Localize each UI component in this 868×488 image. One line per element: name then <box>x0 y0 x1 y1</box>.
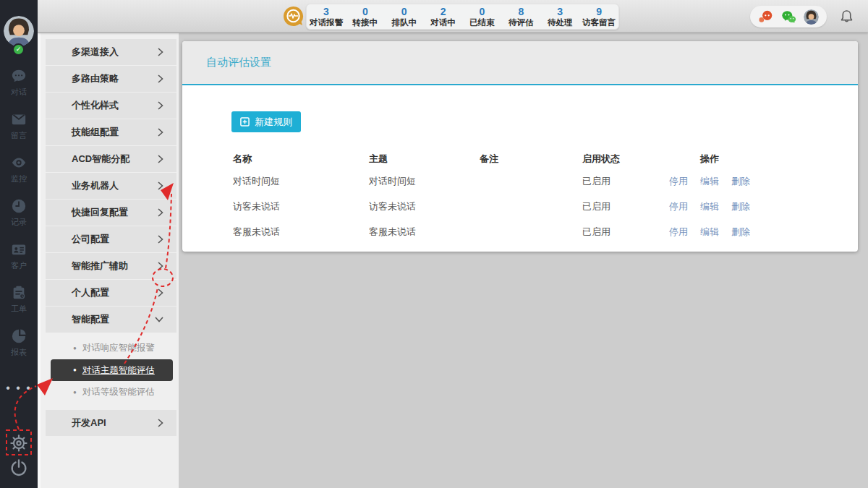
stat-value: 0 <box>385 6 424 17</box>
stat-label: 对话中 <box>424 17 463 27</box>
stat-chatting[interactable]: 2 对话中 <box>424 4 463 29</box>
stat-chat-alert[interactable]: 3 对话报警 <box>307 4 346 29</box>
menu-item-dev-api[interactable]: 开发API <box>46 410 176 436</box>
stat-ended[interactable]: 0 已结束 <box>463 4 502 29</box>
auto-eval-panel: 自动评估设置 新建规则 名称 主题 备注 启用状态 操作 对话时 <box>182 41 858 252</box>
agent-avatar[interactable] <box>804 9 819 25</box>
stat-label: 转接中 <box>346 17 385 27</box>
stat-label: 对话报警 <box>307 17 346 27</box>
sidebar-item-customers[interactable]: 客户 <box>0 234 38 278</box>
sidebar-item-messages[interactable]: 留言 <box>0 104 38 147</box>
delete-link[interactable]: 删除 <box>731 200 750 213</box>
avatar-image <box>4 16 34 46</box>
menu-item-custom-style[interactable]: 个性化样式 <box>46 93 176 119</box>
plus-square-icon <box>240 117 250 127</box>
stat-pending-handle[interactable]: 3 待处理 <box>540 4 579 29</box>
table-header-row: 名称 主题 备注 启用状态 操作 <box>233 150 858 168</box>
stat-value: 3 <box>307 6 346 17</box>
stat-transferring[interactable]: 0 转接中 <box>346 4 385 29</box>
chevron-down-icon <box>155 317 163 322</box>
menu-item-company-config[interactable]: 公司配置 <box>46 226 176 252</box>
mail-icon <box>11 111 27 127</box>
menu-item-quick-reply[interactable]: 快捷回复配置 <box>46 200 176 226</box>
edit-link[interactable]: 编辑 <box>700 200 719 213</box>
channel-icons-pill <box>750 6 827 27</box>
settings-gear-icon[interactable] <box>7 432 30 455</box>
submenu-item-response-alert[interactable]: ● 对话响应智能报警 <box>41 338 179 358</box>
stat-label: 待处理 <box>540 17 579 27</box>
stat-pending-eval[interactable]: 8 待评估 <box>501 4 540 29</box>
delete-link[interactable]: 删除 <box>731 175 750 188</box>
sidebar-item-label: 留言 <box>11 130 27 141</box>
online-status-badge: ✓ <box>12 43 25 56</box>
column-header-name: 名称 <box>233 153 369 166</box>
stat-queueing[interactable]: 0 排队中 <box>385 4 424 29</box>
menu-item-multichannel[interactable]: 多渠道接入 <box>46 39 176 65</box>
menu-item-business-bot[interactable]: 业务机器人 <box>46 173 176 199</box>
disable-link[interactable]: 停用 <box>669 226 688 239</box>
history-clock-icon <box>11 198 27 214</box>
menu-item-label: 智能推广辅助 <box>72 260 128 273</box>
delete-link[interactable]: 删除 <box>731 226 750 239</box>
stat-value: 0 <box>346 6 385 17</box>
sidebar-item-tickets[interactable]: 工单 <box>0 278 38 321</box>
menu-item-personal-config[interactable]: 个人配置 <box>46 280 176 306</box>
sidebar-nav: 对话 留言 监控 记录 客户 工单 报表 <box>0 61 38 364</box>
menu-item-routing[interactable]: 多路由策略 <box>46 66 176 92</box>
more-icon[interactable]: • • • <box>0 382 38 395</box>
stat-visitor-messages[interactable]: 9 访客留言 <box>579 4 618 29</box>
rule-status: 已启用 <box>582 226 669 239</box>
submenu-item-label: 对话主题智能评估 <box>82 364 155 377</box>
submenu-item-topic-eval[interactable]: ● 对话主题智能评估 <box>51 359 173 381</box>
brand-logo-icon <box>282 5 305 27</box>
stat-value: 0 <box>463 6 502 17</box>
bullet-icon: ● <box>73 390 77 395</box>
chevron-right-icon <box>158 419 163 427</box>
chevron-right-icon <box>158 208 163 217</box>
report-pie-icon <box>11 328 27 344</box>
sidebar-item-label: 对话 <box>11 87 27 98</box>
edit-link[interactable]: 编辑 <box>700 226 719 239</box>
stat-value: 9 <box>579 6 618 17</box>
rule-topic: 对话时间短 <box>369 175 480 188</box>
rule-name: 对话时间短 <box>233 175 369 188</box>
menu-item-skill-group[interactable]: 技能组配置 <box>46 119 176 145</box>
edit-link[interactable]: 编辑 <box>700 175 719 188</box>
new-rule-button[interactable]: 新建规则 <box>231 111 301 132</box>
sidebar-item-label: 报表 <box>11 347 27 358</box>
notification-bell-icon[interactable] <box>839 9 854 24</box>
column-header-ops: 操作 <box>669 153 719 166</box>
logout-power-icon[interactable] <box>9 458 29 478</box>
menu-item-acd[interactable]: ACD智能分配 <box>46 146 176 172</box>
stat-label: 已结束 <box>463 17 502 27</box>
disable-link[interactable]: 停用 <box>669 200 688 213</box>
sidebar-item-history[interactable]: 记录 <box>0 191 38 234</box>
chevron-right-icon <box>158 48 163 56</box>
sidebar-item-reports[interactable]: 报表 <box>0 321 38 364</box>
menu-item-smart-promo[interactable]: 智能推广辅助 <box>46 253 176 279</box>
messenger-icon[interactable] <box>758 9 773 25</box>
submenu-item-level-eval[interactable]: ● 对话等级智能评估 <box>41 382 179 402</box>
menu-item-label: 开发API <box>72 416 106 429</box>
panel-body: 新建规则 名称 主题 备注 启用状态 操作 对话时间短 对话时间短 已启用 停用 <box>182 85 858 244</box>
sidebar-item-monitor[interactable]: 监控 <box>0 147 38 191</box>
user-avatar[interactable] <box>4 16 34 46</box>
disable-link[interactable]: 停用 <box>669 175 688 188</box>
stat-label: 待评估 <box>501 17 540 27</box>
menu-item-label: 快捷回复配置 <box>72 206 128 219</box>
chevron-right-icon <box>158 288 163 297</box>
chevron-right-icon <box>158 262 163 270</box>
wechat-icon[interactable] <box>781 9 796 25</box>
menu-item-label: 个性化样式 <box>72 99 119 112</box>
menu-item-smart-config[interactable]: 智能配置 <box>46 307 176 333</box>
sidebar-item-chat[interactable]: 对话 <box>0 61 38 104</box>
chevron-right-icon <box>158 155 163 163</box>
menu-item-label: ACD智能分配 <box>72 153 129 166</box>
menu-item-label: 多路由策略 <box>72 72 119 85</box>
menu-item-label: 公司配置 <box>72 233 109 246</box>
rule-name: 访客未说话 <box>233 200 369 213</box>
menu-item-label: 智能配置 <box>72 313 109 326</box>
bullet-icon: ● <box>73 346 77 351</box>
chevron-right-icon <box>158 181 163 190</box>
sidebar-item-label: 客户 <box>11 260 27 271</box>
